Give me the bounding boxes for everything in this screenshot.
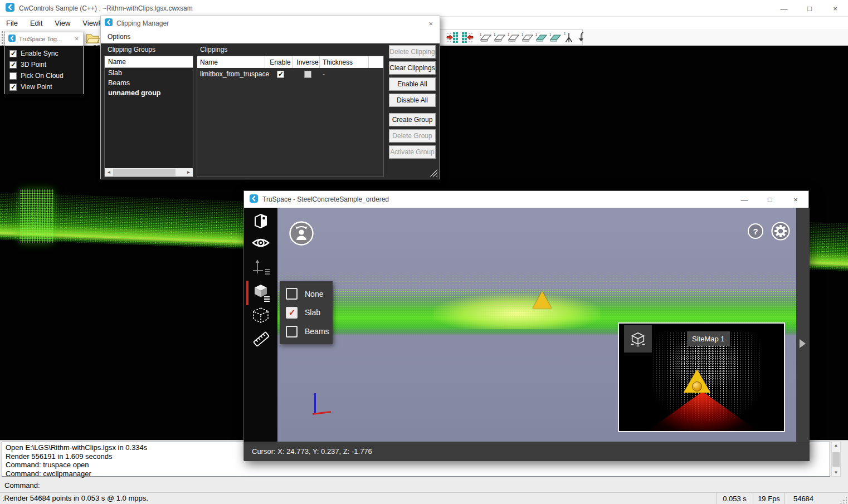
checkbox[interactable]: [9, 50, 17, 57]
popup-item-slab[interactable]: Slab: [280, 307, 333, 319]
tog-titlebar[interactable]: TruSpace Tog... ×: [5, 32, 83, 46]
truspace-3d-viewport[interactable]: ? SiteMap 1: [277, 208, 796, 442]
popup-item-beams[interactable]: Beams: [280, 326, 333, 337]
menu-options[interactable]: Options: [108, 33, 130, 41]
delete-clipping-button[interactable]: Delete Clipping: [389, 45, 436, 58]
checkbox[interactable]: [286, 326, 298, 337]
maximize-button[interactable]: □: [757, 191, 783, 208]
ts-side-strip: [796, 208, 810, 442]
panorama-icon[interactable]: [252, 212, 270, 232]
slab-tool-icon[interactable]: [508, 31, 520, 44]
resize-grip[interactable]: [430, 169, 437, 177]
toggle-3d-point[interactable]: 3D Point: [5, 59, 83, 70]
menu-view[interactable]: View: [48, 17, 76, 29]
scanner-position-dot: [692, 381, 702, 392]
create-group-button[interactable]: Create Group: [389, 113, 436, 126]
main-window-title: CwControls Sample (C++) : ~Rithm-withCli…: [19, 4, 193, 12]
minimize-button[interactable]: —: [771, 0, 797, 17]
group-item-slab[interactable]: Slab: [105, 68, 193, 78]
command-line[interactable]: Command:: [0, 478, 848, 492]
ruler-icon[interactable]: [252, 330, 271, 351]
help-icon[interactable]: ?: [748, 223, 763, 239]
scroll-down-icon[interactable]: ▼: [834, 470, 839, 476]
toggle-view-point[interactable]: View Point: [5, 81, 83, 92]
app-icon: [8, 34, 16, 44]
col-header-enable[interactable]: Enable: [265, 56, 293, 68]
col-header-thickness[interactable]: Thickness: [320, 56, 369, 68]
popup-label: Slab: [305, 308, 320, 317]
app-icon: [250, 194, 258, 205]
col-header-name[interactable]: Name: [197, 56, 265, 68]
sitemap-panel[interactable]: SiteMap 1: [618, 322, 785, 432]
clipping-select-popup: None Slab Beams: [280, 281, 333, 344]
popup-item-none[interactable]: None: [280, 288, 333, 300]
activate-group-button[interactable]: Activate Group: [389, 145, 436, 159]
checkbox[interactable]: [286, 288, 298, 300]
cursor-coordinates: Cursor: X: 24.773, Y: 0.237, Z: -1.776: [252, 447, 372, 456]
slab-tool-icon[interactable]: [494, 31, 506, 44]
close-icon[interactable]: ×: [75, 35, 79, 43]
eye-icon[interactable]: [252, 235, 270, 253]
axis-icon[interactable]: [252, 258, 271, 279]
clippings-table: Name Enable Inverse Thickness limitbox_f…: [197, 56, 384, 177]
groups-hscrollbar[interactable]: ◄ ►: [105, 168, 193, 177]
close-button[interactable]: ×: [822, 0, 848, 17]
scroll-left-icon[interactable]: ◄: [105, 170, 113, 175]
minimize-button[interactable]: —: [732, 191, 757, 208]
clipping-cube-icon[interactable]: [252, 282, 271, 304]
close-icon[interactable]: ×: [428, 19, 433, 28]
checkbox[interactable]: [9, 72, 17, 80]
cm-titlebar[interactable]: Clipping Manager ×: [101, 16, 440, 31]
checkbox[interactable]: [286, 307, 298, 319]
maximize-button[interactable]: □: [797, 0, 822, 17]
slab-tool-icon[interactable]: [480, 31, 492, 44]
table-row[interactable]: limitbox_from_truspace -: [197, 68, 383, 80]
tripod-icon[interactable]: 1: [563, 31, 574, 44]
inverse-checkbox[interactable]: [304, 71, 311, 78]
slab-tool-teal-icon[interactable]: [549, 31, 562, 44]
menu-edit[interactable]: Edit: [24, 17, 48, 29]
delete-group-button[interactable]: Delete Group: [389, 129, 436, 143]
scroll-thumb[interactable]: [113, 169, 176, 176]
enable-all-button[interactable]: Enable All: [389, 77, 436, 91]
scroll-right-icon[interactable]: ►: [184, 170, 193, 175]
ts-titlebar[interactable]: TruSpace - SteelConcreteSample_ordered —…: [244, 191, 808, 208]
groups-label: Clipping Groups: [108, 46, 155, 53]
gear-icon[interactable]: [771, 222, 790, 241]
scroll-up-icon[interactable]: ▲: [834, 443, 839, 448]
toggle-enable-sync[interactable]: Enable Sync: [5, 48, 83, 59]
status-point-count: 54684: [784, 493, 822, 504]
toggle-pick-on-cloud[interactable]: Pick On Cloud: [5, 70, 83, 81]
clipping-groups-list: Name Slab Beams unnamed group ◄ ►: [104, 56, 193, 177]
status-fps: 19 Fps: [753, 493, 784, 504]
grid-arrow-left-icon[interactable]: [461, 31, 474, 44]
slab-tool-teal-icon[interactable]: [535, 31, 548, 44]
grid-arrow-right-icon[interactable]: [446, 31, 459, 44]
drop-arrow-icon[interactable]: [576, 31, 587, 44]
scroll-thumb[interactable]: [832, 452, 840, 467]
disable-all-button[interactable]: Disable All: [389, 94, 436, 107]
group-item-beams[interactable]: Beams: [105, 78, 193, 88]
clear-clippings-button[interactable]: Clear Clippings: [389, 61, 436, 75]
toggle-label: View Point: [21, 83, 52, 91]
log-scrollbar[interactable]: ▲ ▼: [831, 442, 841, 477]
expand-arrow-icon[interactable]: [800, 339, 806, 348]
log-line: Command: cwclipmanager: [6, 469, 826, 478]
sitemap-cube-button[interactable]: [624, 325, 652, 353]
enable-checkbox[interactable]: [277, 71, 284, 78]
groups-header[interactable]: Name: [105, 56, 193, 68]
rotate-person-icon[interactable]: [289, 221, 314, 246]
menu-file[interactable]: File: [0, 17, 24, 29]
viewpoint-marker[interactable]: [533, 291, 552, 309]
col-header-inverse[interactable]: Inverse: [293, 56, 320, 68]
tog-title: TruSpace Tog...: [19, 36, 75, 42]
group-item-unnamed[interactable]: unnamed group: [105, 88, 193, 98]
checkbox[interactable]: [9, 84, 17, 91]
slab-tool-icon[interactable]: [522, 31, 534, 44]
resize-grip[interactable]: [840, 496, 847, 503]
close-button[interactable]: ×: [783, 191, 808, 208]
limitbox-icon[interactable]: [252, 307, 270, 326]
checkbox[interactable]: [9, 61, 17, 68]
toggle-label: Enable Sync: [21, 50, 58, 57]
ts-title: TruSpace - SteelConcreteSample_ordered: [262, 195, 732, 203]
